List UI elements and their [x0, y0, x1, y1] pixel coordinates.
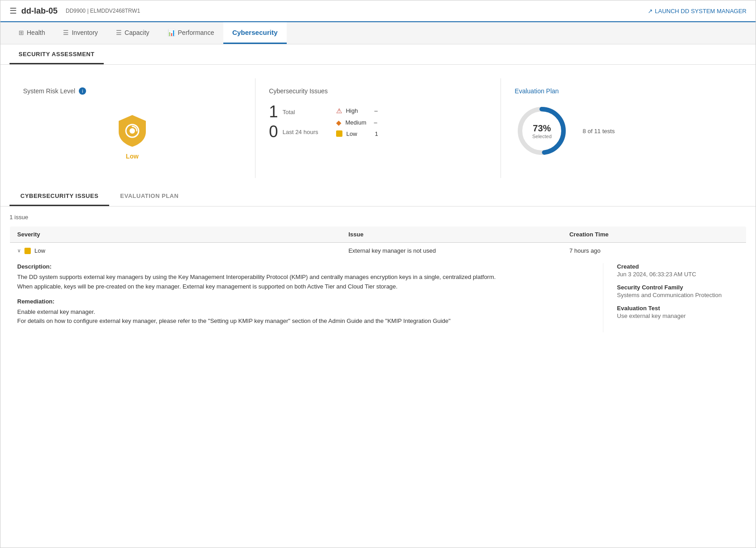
sub-tab-issues[interactable]: CYBERSECURITY ISSUES: [10, 187, 109, 206]
issues-table: Severity Issue Creation Time ∨ Low Ext: [10, 226, 746, 337]
sub-tabs-area: CYBERSECURITY ISSUES EVALUATION PLAN: [0, 187, 756, 207]
sub-tab-evaluation[interactable]: EVALUATION PLAN: [109, 187, 189, 206]
detail-right: Created Jun 3 2024, 06:33:23 AM UTC Secu…: [603, 263, 739, 332]
shield-svg: [114, 113, 150, 149]
evaluation-card: Evaluation Plan 73% Selected: [501, 78, 746, 178]
severity-label: Low: [34, 247, 45, 254]
low-value: 1: [375, 130, 378, 137]
high-row: ⚠ High –: [336, 107, 378, 115]
section-tab-security[interactable]: SECURITY ASSESSMENT: [10, 44, 104, 64]
row-chevron[interactable]: ∨: [17, 248, 21, 254]
inventory-icon: ☰: [63, 29, 69, 36]
issues-title: Cybersecurity Issues: [269, 87, 487, 95]
detail-cell: Description: The DD system supports exte…: [10, 259, 746, 337]
evaluation-title[interactable]: Evaluation Plan: [515, 87, 733, 95]
tab-health-label: Health: [27, 29, 45, 36]
total-count: 1: [269, 104, 278, 120]
sub-tabs: CYBERSECURITY ISSUES EVALUATION PLAN: [10, 187, 746, 206]
high-icon: ⚠: [336, 107, 342, 115]
tab-performance[interactable]: 📊 Performance: [159, 23, 223, 44]
tab-performance-label: Performance: [178, 29, 214, 36]
high-label: High: [346, 107, 371, 114]
tab-inventory-label: Inventory: [72, 29, 98, 36]
donut-percent: 73%: [532, 123, 552, 134]
device-name: dd-lab-05: [21, 6, 58, 16]
launch-icon: ↗: [648, 8, 653, 14]
severity-cell: ∨ Low: [10, 243, 342, 259]
col-time: Creation Time: [562, 226, 746, 243]
issue-cell: External key manager is not used: [341, 243, 562, 259]
description-text: The DD system supports external key mana…: [17, 273, 589, 292]
low-icon: [336, 130, 342, 137]
performance-icon: 📊: [168, 29, 175, 36]
created-label: Created: [617, 263, 739, 270]
issues-breakdown: ⚠ High – ◆ Medium – Low 1: [336, 107, 378, 137]
risk-level: Low: [126, 153, 139, 160]
device-icon: ☰: [10, 6, 17, 16]
detail-content: Description: The DD system supports exte…: [17, 263, 739, 332]
security-family-label: Security Control Family: [617, 284, 739, 291]
low-label: Low: [346, 130, 371, 137]
last24-count: 0: [269, 124, 278, 140]
detail-left: Description: The DD system supports exte…: [17, 263, 603, 332]
col-severity: Severity: [10, 226, 342, 243]
tab-cybersecurity[interactable]: Cybersecurity: [223, 22, 287, 44]
tab-health[interactable]: ⊞ Health: [10, 23, 54, 44]
last24-label: Last 24 hours: [283, 129, 318, 135]
issues-totals: 1 Total 0 Last 24 hours: [269, 104, 318, 140]
table-header: Severity Issue Creation Time: [10, 226, 746, 243]
security-family-value: Systems and Communication Protection: [617, 292, 739, 298]
section-tabs: SECURITY ASSESSMENT: [0, 44, 756, 65]
health-icon: ⊞: [19, 29, 24, 36]
tab-cybersecurity-label: Cybersecurity: [232, 29, 278, 36]
donut-sub: Selected: [532, 134, 552, 139]
eval-content: 73% Selected 8 of 11 tests: [515, 104, 733, 158]
device-meta: DD9900 | ELMDDV2468TRW1: [66, 8, 140, 14]
svg-point-1: [130, 128, 135, 134]
created-value: Jun 3 2024, 06:33:23 AM UTC: [617, 271, 739, 278]
detail-row: Description: The DD system supports exte…: [10, 259, 746, 337]
issues-table-area: 1 issue Severity Issue Creation Time ∨ L: [0, 207, 756, 345]
total-label: Total: [283, 109, 295, 115]
medium-label: Medium: [345, 119, 370, 126]
high-value: –: [374, 107, 377, 114]
medium-value: –: [374, 119, 377, 126]
total-row: 1 Total: [269, 104, 318, 120]
risk-title: System Risk Level i: [23, 87, 241, 95]
eval-test-label: Evaluation Test: [617, 305, 739, 312]
low-row: Low 1: [336, 130, 378, 137]
risk-shield: Low: [23, 104, 241, 169]
summary-area: System Risk Level i Low Cybersecurity Is…: [0, 65, 756, 187]
risk-card: System Risk Level i Low: [10, 78, 255, 178]
medium-row: ◆ Medium –: [336, 119, 378, 127]
issue-count: 1 issue: [10, 214, 746, 221]
issues-card: Cybersecurity Issues 1 Total 0 Last 24 h…: [255, 78, 501, 178]
description-title: Description:: [17, 263, 589, 270]
table-row: ∨ Low External key manager is not used 7…: [10, 243, 746, 259]
last24-row: 0 Last 24 hours: [269, 124, 318, 140]
section-tab-label: SECURITY ASSESSMENT: [19, 51, 95, 58]
medium-icon: ◆: [336, 119, 342, 127]
tabs-bar: ⊞ Health ☰ Inventory ☰ Capacity 📊 Perfor…: [0, 22, 756, 44]
remediation-title: Remediation:: [17, 298, 589, 305]
launch-link[interactable]: ↗ LAUNCH DD SYSTEM MANAGER: [648, 8, 746, 14]
tab-capacity-label: Capacity: [125, 29, 149, 36]
eval-test-value: Use external key manager: [617, 312, 739, 319]
tab-capacity[interactable]: ☰ Capacity: [107, 23, 158, 44]
col-issue: Issue: [341, 226, 562, 243]
time-cell: 7 hours ago: [562, 243, 746, 259]
issues-content: 1 Total 0 Last 24 hours ⚠ High –: [269, 104, 487, 140]
capacity-icon: ☰: [116, 29, 122, 36]
remediation-text: Enable external key manager.For details …: [17, 308, 589, 327]
low-severity-icon: [24, 248, 31, 254]
donut-chart: 73% Selected: [515, 104, 569, 158]
tab-inventory[interactable]: ☰ Inventory: [54, 23, 107, 44]
info-icon[interactable]: i: [79, 87, 86, 95]
launch-label: LAUNCH DD SYSTEM MANAGER: [655, 8, 746, 14]
eval-meta: 8 of 11 tests: [583, 128, 615, 135]
donut-center: 73% Selected: [532, 123, 552, 139]
